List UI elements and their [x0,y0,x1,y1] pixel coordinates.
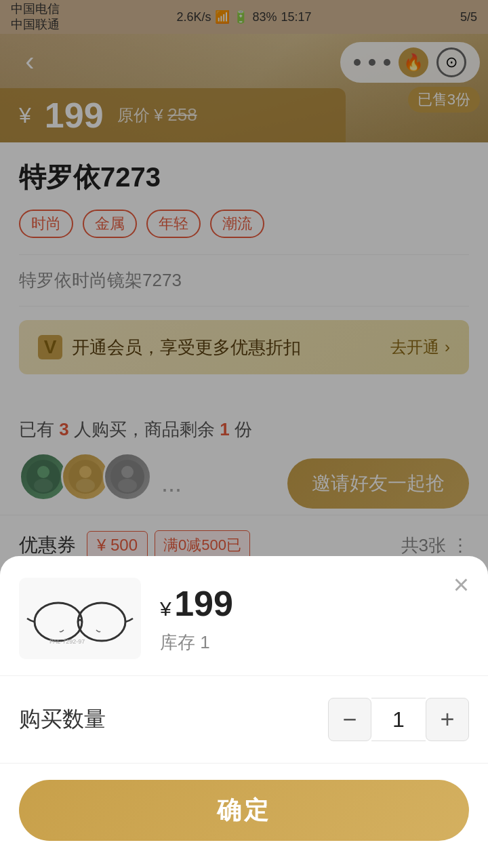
quantity-controls: − 1 + [328,698,469,741]
svg-point-9 [35,603,82,641]
increase-quantity-button[interactable]: + [426,698,469,741]
sheet-product-info: ¥ 199 库存 1 [160,583,233,654]
sheet-product-image: PAL-7292-97 [19,578,141,659]
quantity-value: 1 [371,698,426,741]
glasses-image-icon: PAL-7292-97 [26,588,134,649]
quantity-label: 购买数量 [19,705,328,734]
sheet-price: ¥ 199 [160,583,233,624]
sheet-close-button[interactable]: × [453,570,469,600]
sheet-stock: 库存 1 [160,631,233,654]
quantity-section: 购买数量 − 1 + [0,676,488,764]
sheet-product-row: PAL-7292-97 ¥ 199 库存 1 [0,556,488,676]
decrease-quantity-button[interactable]: − [328,698,371,741]
svg-point-10 [78,603,125,641]
bottom-sheet: × PAL-7292-97 [0,556,488,868]
confirm-button[interactable]: 确定 [19,780,469,841]
svg-text:PAL-7292-97: PAL-7292-97 [49,638,85,645]
confirm-button-wrap: 确定 [0,764,488,841]
